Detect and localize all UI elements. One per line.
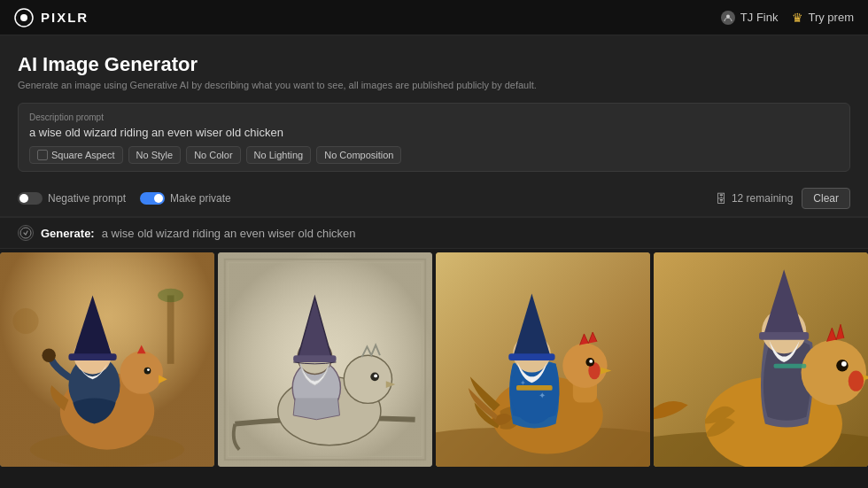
negative-prompt-toggle[interactable] [18, 192, 43, 205]
svg-rect-13 [68, 353, 116, 360]
svg-point-48 [841, 361, 847, 367]
tag-no-lighting[interactable]: No Lighting [246, 146, 312, 164]
toggle-knob [19, 194, 28, 203]
make-private-label: Make private [170, 192, 231, 205]
logo-text: PIXLR [41, 10, 89, 25]
remaining-count: 12 remaining [732, 192, 793, 205]
image-3-svg: ✦ ✦ [436, 252, 650, 467]
tag-label: No Composition [324, 150, 393, 160]
try-premium-button[interactable]: ♛ Try prem [792, 11, 854, 25]
logo[interactable]: PIXLR [14, 8, 89, 27]
image-1-svg [0, 252, 214, 467]
negative-prompt-label: Negative prompt [48, 192, 126, 205]
negative-prompt-option[interactable]: Negative prompt [18, 192, 126, 205]
image-card-2[interactable] [218, 252, 432, 467]
image-card-3[interactable]: ✦ ✦ [436, 252, 650, 467]
credits-icon: 🗄 [716, 192, 727, 205]
main-content: AI Image Generator Generate an image usi… [0, 35, 868, 216]
svg-point-8 [120, 351, 163, 393]
svg-point-25 [374, 374, 377, 377]
svg-point-49 [849, 371, 864, 391]
make-private-toggle[interactable] [140, 192, 165, 205]
image-grid: ✦ ✦ [0, 249, 868, 470]
svg-text:✦: ✦ [520, 379, 526, 387]
svg-text:✦: ✦ [539, 391, 546, 400]
user-icon [721, 11, 735, 25]
page-title: AI Image Generator [18, 53, 850, 76]
try-premium-label: Try prem [808, 11, 854, 24]
generate-bar: Generate: a wise old wizard riding an ev… [0, 217, 868, 249]
tag-no-color[interactable]: No Color [186, 146, 240, 164]
generate-label: Generate: [41, 227, 95, 240]
make-private-option[interactable]: Make private [140, 192, 231, 205]
svg-rect-51 [759, 332, 809, 340]
svg-rect-16 [167, 295, 174, 363]
svg-point-36 [589, 360, 593, 363]
tag-square-aspect[interactable]: Square Aspect [29, 146, 123, 164]
prompt-text: a wise old wizard riding an even wiser o… [29, 126, 839, 139]
pixlr-logo-icon [14, 8, 34, 27]
svg-point-17 [158, 289, 183, 302]
svg-point-14 [42, 348, 55, 361]
image-card-4[interactable] [654, 252, 868, 467]
image-4-svg [654, 252, 868, 467]
svg-point-23 [344, 355, 391, 403]
app-header: PIXLR TJ Fink ♛ Try prem [0, 0, 868, 35]
svg-rect-39 [508, 353, 554, 360]
tag-no-composition[interactable]: No Composition [316, 146, 401, 164]
user-name: TJ Fink [740, 11, 779, 24]
tag-label: No Color [194, 150, 232, 160]
svg-point-10 [147, 368, 150, 371]
toggle-knob [154, 194, 163, 203]
tag-label: No Style [136, 150, 174, 160]
crown-icon: ♛ [792, 11, 803, 25]
page-subtitle: Generate an image using Generative AI by… [18, 80, 850, 90]
tag-label: Square Aspect [51, 150, 115, 160]
svg-rect-52 [774, 364, 807, 368]
svg-rect-28 [293, 355, 336, 362]
svg-point-15 [13, 308, 39, 334]
tag-no-style[interactable]: No Style [128, 146, 182, 164]
options-right: 🗄 12 remaining Clear [716, 188, 850, 209]
options-row: Negative prompt Make private 🗄 12 remain… [18, 181, 850, 216]
tag-icon-square [37, 150, 48, 160]
clear-button[interactable]: Clear [802, 188, 850, 209]
prompt-label: Description prompt [29, 112, 839, 122]
generate-prompt-text: a wise old wizard riding an even wiser o… [102, 227, 356, 240]
remaining-badge: 🗄 12 remaining [716, 192, 793, 205]
image-2-svg [218, 252, 432, 467]
header-right: TJ Fink ♛ Try prem [721, 11, 854, 25]
image-card-1[interactable] [0, 252, 214, 467]
prompt-box[interactable]: Description prompt a wise old wizard rid… [18, 103, 850, 172]
svg-point-3 [20, 228, 31, 238]
svg-point-1 [20, 14, 27, 21]
tags-row: Square Aspect No Style No Color No Light… [29, 146, 839, 164]
generate-icon [18, 225, 34, 241]
svg-point-33 [562, 344, 607, 388]
user-info[interactable]: TJ Fink [721, 11, 779, 25]
tag-label: No Lighting [254, 150, 304, 160]
